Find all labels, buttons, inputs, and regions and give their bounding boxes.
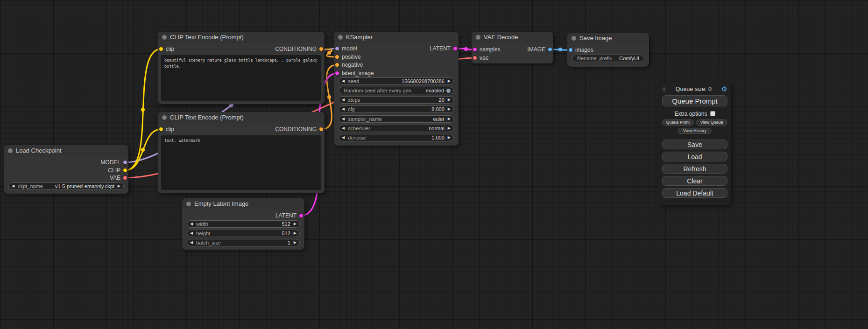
widget-name: batch_size xyxy=(196,240,221,245)
decrement-icon[interactable]: ◀ xyxy=(342,116,345,122)
input-slot-vae: vae xyxy=(472,54,553,62)
clip-input-port[interactable] xyxy=(159,127,163,132)
queue-front-button[interactable]: Queue Front xyxy=(662,119,694,126)
latent-output-port[interactable] xyxy=(299,213,303,218)
graph-canvas[interactable]: Load Checkpoint MODEL CLIP VAE ◀ ckpt_na… xyxy=(0,0,868,329)
prompt-textarea[interactable]: text, watermark xyxy=(161,135,321,190)
ckpt-name-widget[interactable]: ◀ ckpt_name v1-5-pruned-emaonly.ckpt ▶ xyxy=(8,182,124,190)
view-history-button[interactable]: View History xyxy=(678,128,712,134)
decrement-icon[interactable]: ◀ xyxy=(342,134,345,141)
widget-value: 1.000 xyxy=(366,135,445,140)
scheduler-widget[interactable]: ◀ scheduler normal ▶ xyxy=(339,125,454,132)
model-input-port[interactable] xyxy=(335,46,339,51)
conditioning-output-port[interactable] xyxy=(319,127,324,132)
vae-output-port[interactable] xyxy=(123,175,127,180)
node-titlebar[interactable]: VAE Decode xyxy=(472,32,553,43)
increment-icon[interactable]: ▶ xyxy=(448,78,451,84)
node-titlebar[interactable]: Save Image xyxy=(567,33,649,44)
node-titlebar[interactable]: CLIP Text Encode (Prompt) xyxy=(158,112,325,123)
save-button[interactable]: Save xyxy=(662,140,727,149)
prompt-textarea[interactable]: beautiful scenery nature glass bottle la… xyxy=(161,55,321,101)
slot-label: clip xyxy=(166,125,174,133)
filename-prefix-widget[interactable]: filename_prefix ComfyUI xyxy=(572,55,644,62)
node-titlebar[interactable]: KSampler xyxy=(334,32,459,43)
vae-input-port[interactable] xyxy=(473,56,477,60)
slot-label: latent_image xyxy=(342,69,374,77)
steps-widget[interactable]: ◀ steps 20 ▶ xyxy=(339,96,454,104)
clip-input-port[interactable] xyxy=(159,47,163,51)
latent-image-input-port[interactable] xyxy=(335,71,339,76)
height-widget[interactable]: ◀ height 512 ▶ xyxy=(187,230,300,237)
load-button[interactable]: Load xyxy=(662,152,727,161)
node-collapse-dot[interactable] xyxy=(476,35,480,40)
increment-icon[interactable]: ▶ xyxy=(448,116,451,122)
samples-input-port[interactable] xyxy=(473,47,477,52)
node-collapse-dot[interactable] xyxy=(186,202,191,206)
decrement-icon[interactable]: ◀ xyxy=(190,230,193,237)
clear-button[interactable]: Clear xyxy=(662,176,727,186)
decrement-icon[interactable]: ◀ xyxy=(342,106,345,112)
node-collapse-dot[interactable] xyxy=(162,35,167,40)
increment-icon[interactable]: ▶ xyxy=(448,106,451,112)
increment-icon[interactable]: ▶ xyxy=(118,183,120,189)
cfg-widget[interactable]: ◀ cfg 8.000 ▶ xyxy=(339,105,454,113)
output-slot-model: MODEL xyxy=(4,158,128,167)
node-clip-text-encode-negative[interactable]: CLIP Text Encode (Prompt) clip CONDITION… xyxy=(158,112,325,193)
images-input-port[interactable] xyxy=(568,48,573,52)
latent-output-port[interactable] xyxy=(453,46,458,51)
denoise-widget[interactable]: ◀ denoise 1.000 ▶ xyxy=(339,134,454,141)
decrement-icon[interactable]: ◀ xyxy=(342,97,345,103)
slot-label: samples xyxy=(480,45,501,54)
conditioning-output-port[interactable] xyxy=(319,47,324,51)
node-collapse-dot[interactable] xyxy=(338,35,343,40)
slot-label: MODEL xyxy=(100,158,120,167)
settings-gear-icon[interactable]: ⚙ xyxy=(721,85,727,92)
increment-icon[interactable]: ▶ xyxy=(448,134,451,141)
queue-prompt-button[interactable]: Queue Prompt xyxy=(662,95,727,106)
node-title: KSampler xyxy=(346,34,373,41)
increment-icon[interactable]: ▶ xyxy=(294,239,296,246)
widget-name: seed xyxy=(348,78,359,84)
positive-input-port[interactable] xyxy=(335,55,339,59)
decrement-icon[interactable]: ◀ xyxy=(190,221,193,227)
widget-value: 512 xyxy=(208,221,290,227)
sampler-name-widget[interactable]: ◀ sampler_name euler ▶ xyxy=(339,115,454,123)
decrement-icon[interactable]: ◀ xyxy=(190,239,193,246)
widget-name: sampler_name xyxy=(348,116,382,122)
node-collapse-dot[interactable] xyxy=(8,148,13,153)
increment-icon[interactable]: ▶ xyxy=(294,230,296,237)
random-seed-toggle-widget[interactable]: Random seed after every gen enabled xyxy=(339,87,454,94)
extra-options-checkbox[interactable] xyxy=(710,111,715,116)
load-default-button[interactable]: Load Default xyxy=(662,188,727,198)
node-collapse-dot[interactable] xyxy=(162,115,167,120)
decrement-icon[interactable]: ◀ xyxy=(342,125,345,132)
seed-widget[interactable]: ◀ seed 156680208700286 ▶ xyxy=(339,77,454,85)
node-collapse-dot[interactable] xyxy=(572,36,576,41)
node-vae-decode[interactable]: VAE Decode samples IMAGE vae xyxy=(472,32,553,63)
node-title: CLIP Text Encode (Prompt) xyxy=(170,34,244,41)
node-titlebar[interactable]: Empty Latent Image xyxy=(182,198,304,210)
refresh-button[interactable]: Refresh xyxy=(662,164,727,174)
image-output-port[interactable] xyxy=(548,47,552,52)
node-titlebar[interactable]: Load Checkpoint xyxy=(4,145,128,156)
node-titlebar[interactable]: CLIP Text Encode (Prompt) xyxy=(158,32,325,43)
decrement-icon[interactable]: ◀ xyxy=(342,78,345,84)
model-output-port[interactable] xyxy=(123,160,127,165)
increment-icon[interactable]: ▶ xyxy=(448,125,451,132)
node-empty-latent-image[interactable]: Empty Latent Image LATENT ◀ width 512 ▶ … xyxy=(182,198,304,250)
view-queue-button[interactable]: View Queue xyxy=(696,119,728,126)
negative-input-port[interactable] xyxy=(335,63,339,67)
node-save-image[interactable]: Save Image images filename_prefix ComfyU… xyxy=(567,33,649,67)
width-widget[interactable]: ◀ width 512 ▶ xyxy=(187,220,300,228)
clip-output-port[interactable] xyxy=(123,168,127,173)
link-midpoint-dot xyxy=(229,104,233,107)
drag-handle-icon[interactable]: ⣿ xyxy=(662,86,666,92)
node-load-checkpoint[interactable]: Load Checkpoint MODEL CLIP VAE ◀ ckpt_na… xyxy=(4,145,128,194)
toggle-indicator[interactable] xyxy=(446,89,451,93)
increment-icon[interactable]: ▶ xyxy=(448,97,451,103)
decrement-icon[interactable]: ◀ xyxy=(12,183,14,189)
node-clip-text-encode-positive[interactable]: CLIP Text Encode (Prompt) clip CONDITION… xyxy=(158,32,325,104)
increment-icon[interactable]: ▶ xyxy=(294,221,296,227)
batch-size-widget[interactable]: ◀ batch_size 1 ▶ xyxy=(187,239,300,246)
node-ksampler[interactable]: KSampler model LATENT positive negative … xyxy=(334,32,459,146)
